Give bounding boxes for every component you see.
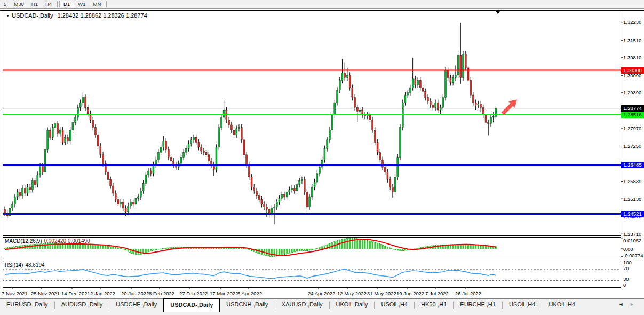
tab-xauusd-daily[interactable]: XAUUSD-,Daily	[275, 299, 329, 311]
date-axis-label: 7 Nov 2021	[2, 290, 28, 296]
price-axis-label: 1.32230	[623, 19, 641, 25]
date-axis-label: 19 Jun 2022	[396, 290, 424, 296]
chart-ohlc-readout: 1.28432 1.28862 1.28326 1.28774	[58, 12, 147, 19]
tab-usdcad-daily[interactable]: USDCAD-,Daily	[163, 298, 220, 312]
tab-scroll-left-icon[interactable]: ◄	[618, 302, 630, 307]
date-axis-label: 8 Feb 2022	[149, 290, 174, 296]
chart-tabs-bar: EURUSD-,DailyAUDUSD-,DailyUSDCHF-,DailyU…	[0, 298, 644, 315]
tab-usdcnh-daily[interactable]: USDCNH-,Daily	[220, 299, 274, 311]
rsi-axis-label: 0	[623, 282, 626, 288]
tab-ukoil-daily[interactable]: UKOil-,Daily	[330, 299, 375, 311]
date-axis-label: 14 Dec 2021	[61, 290, 90, 296]
price-level-badge: 1.24521	[621, 211, 644, 217]
date-axis-label: 25 Nov 2021	[31, 290, 60, 296]
price-axis-label: 1.31510	[623, 37, 641, 43]
rsi-value: 48.6194	[25, 262, 44, 268]
date-axis-label: 7 Jul 2022	[425, 290, 449, 296]
tab-usoil-h4[interactable]: USOil-,H4	[503, 299, 542, 311]
tab-scroll-right-icon[interactable]: ►	[630, 302, 641, 307]
tab-usoil-h4[interactable]: USOil-,H4	[375, 299, 414, 311]
date-axis-label: 2 Jan 2022	[90, 290, 115, 296]
price-chart-canvas[interactable]	[0, 0, 644, 315]
price-level-badge: 1.26485	[621, 162, 644, 168]
macd-axis-label: 0.01052	[623, 238, 641, 243]
tab-usdchf-daily[interactable]: USDCHF-,Daily	[109, 299, 163, 311]
date-axis-label: 27 Feb 2022	[179, 290, 208, 296]
chart-title: ▼USDCAD-,Daily1.28432 1.28862 1.28326 1.…	[6, 12, 147, 19]
current-candle-marker-icon	[496, 11, 500, 14]
date-axis-label: 17 Mar 2022	[210, 290, 238, 296]
tab-eurusd-daily[interactable]: EURUSD-,Daily	[0, 299, 54, 311]
macd-axis-label: 0.00	[623, 246, 633, 252]
chart-symbol-label[interactable]: USDCAD-,Daily	[12, 12, 53, 19]
rsi-axis-label: 100	[623, 259, 632, 265]
tab-audusd-daily[interactable]: AUDUSD-,Daily	[55, 299, 109, 311]
price-axis-label: 1.27250	[623, 143, 641, 149]
price-axis-label: 1.29390	[623, 90, 641, 96]
price-axis-label: 1.23710	[623, 231, 641, 237]
macd-values: 0.002420 0.001490	[44, 238, 90, 244]
date-axis-label: 12 May 2022	[337, 290, 367, 296]
price-level-badge: 1.28774	[621, 105, 644, 112]
date-axis-label: 24 Apr 2022	[308, 290, 335, 296]
rsi-axis-label: 70	[623, 265, 629, 271]
price-axis-label: 1.27970	[623, 125, 641, 131]
price-level-badge: 1.28516	[621, 112, 644, 118]
tab-eurchf-h1[interactable]: EURCHF-,H1	[454, 299, 502, 311]
rsi-axis-label: 30	[623, 276, 629, 282]
price-axis-label: 1.25130	[623, 196, 641, 202]
date-axis-label: 31 May 2022	[367, 290, 396, 296]
tab-scroll-arrows: ◄►	[618, 302, 641, 307]
tab-hk50-h1[interactable]: HK50-,H1	[415, 299, 453, 311]
rsi-indicator-label: RSI(14)48.6194	[5, 262, 45, 268]
macd-indicator-label: MACD(12,26,9)0.002420 0.001490	[5, 238, 90, 244]
chevron-down-icon[interactable]: ▼	[6, 14, 10, 18]
price-level-badge: 1.30300	[621, 67, 644, 74]
date-axis-label: 20 Jan 2022	[121, 290, 149, 296]
price-axis-label: 1.25830	[623, 178, 641, 184]
date-axis-label: 5 Apr 2022	[237, 290, 262, 296]
tab-ukoil-h4[interactable]: UKOil-,H4	[542, 299, 582, 311]
macd-axis-label: -0.00774	[623, 253, 643, 258]
date-axis-label: 26 Jul 2022	[455, 290, 481, 296]
trading-terminal: 5M30H1H4D1W1MN ▼USDCAD-,Daily1.28432 1.2…	[0, 0, 644, 315]
price-axis-label: 1.30810	[623, 54, 641, 60]
